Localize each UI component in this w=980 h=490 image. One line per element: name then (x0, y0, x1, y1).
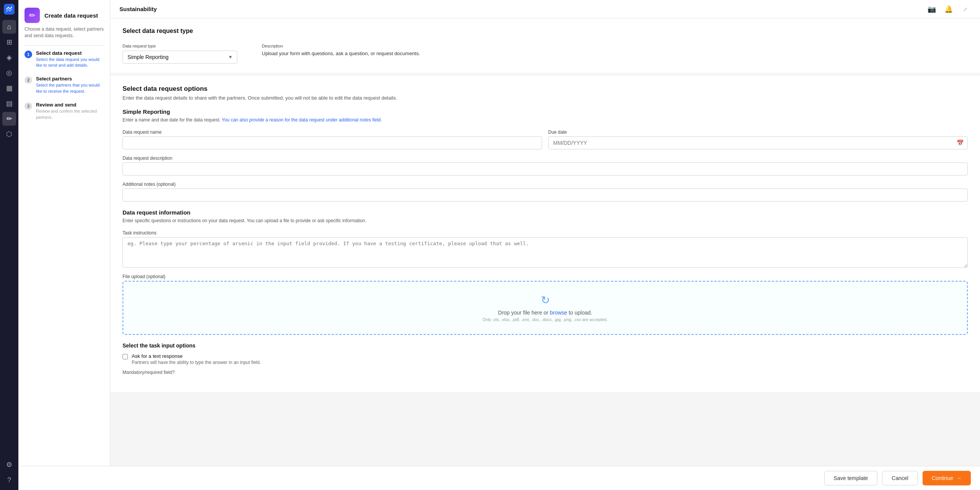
options-subtitle: Enter the data request details to share … (122, 95, 968, 101)
bottom-bar: Save template Cancel Continue → (18, 466, 980, 490)
step-3-title: Review and send (36, 102, 104, 108)
checkbox-label: Ask for a text response (132, 353, 261, 359)
step-3: 3 Review and send Review and confirm the… (24, 102, 104, 120)
step-1-content: Select data request Select the data requ… (36, 50, 104, 69)
sub-desc-link: You can also provide a reason for the da… (222, 117, 382, 123)
sidebar-item-help[interactable]: ? (2, 473, 16, 487)
sidebar: ⌂ ⊞ ◈ ◎ ▦ ▤ ✏ ⬡ ⚙ ? (0, 0, 18, 490)
file-upload-text: Drop your file here or browse to upload. (136, 310, 955, 316)
step-2-number: 2 (24, 76, 32, 84)
cancel-button[interactable]: Cancel (882, 471, 918, 485)
step-3-number: 3 (24, 102, 32, 110)
file-upload-group: File upload (optional) ↻ Drop your file … (122, 274, 968, 335)
due-date-group: Due date 📅 (548, 129, 968, 149)
top-bar-title: Sustainability (119, 6, 157, 12)
file-text-after: to upload. (567, 310, 592, 316)
panel-icon: ✏ (24, 8, 40, 23)
name-label: Data request name (122, 129, 542, 135)
text-response-checkbox-group: Ask for a text response Partners will ha… (122, 353, 968, 365)
file-upload-area[interactable]: ↻ Drop your file here or browse to uploa… (122, 281, 968, 335)
due-date-input[interactable] (548, 136, 968, 149)
sidebar-item-table[interactable]: ▤ (2, 97, 16, 110)
sidebar-item-grid[interactable]: ⊞ (2, 35, 16, 49)
panel-subtitle: Choose a data request, select partners a… (24, 26, 104, 39)
desc-input[interactable] (122, 162, 968, 175)
task-textarea[interactable] (122, 237, 968, 268)
info-title: Data request information (122, 209, 968, 216)
panel-header: ✏ Create data request (24, 8, 104, 23)
type-dropdown-group: Data request type Simple Reporting Form … (122, 44, 237, 64)
sidebar-item-plugin[interactable]: ⬡ (2, 127, 16, 141)
step-1-desc: Select the data request you would like t… (36, 57, 104, 69)
type-label: Data request type (122, 44, 237, 48)
continue-arrow-icon: → (956, 475, 962, 481)
select-type-title: Select data request type (122, 28, 968, 34)
bell-icon[interactable]: 🔔 (943, 4, 954, 15)
sub-desc: Enter a name and due date for the data r… (122, 116, 968, 123)
text-response-checkbox[interactable] (122, 354, 128, 359)
continue-button[interactable]: Continue → (923, 471, 971, 485)
left-panel: ✏ Create data request Choose a data requ… (18, 0, 110, 490)
step-1: 1 Select data request Select the data re… (24, 50, 104, 69)
expand-icon[interactable]: ⤢ (960, 4, 971, 15)
checkbox-text: Ask for a text response Partners will ha… (132, 353, 261, 365)
notes-form-group: Additional notes (optional) (122, 182, 968, 202)
file-text-before: Drop your file here or (498, 310, 550, 316)
app-logo[interactable] (3, 3, 15, 15)
desc-label: Description (262, 44, 420, 48)
step-2-content: Select partners Select the partners that… (36, 76, 104, 94)
sub-title: Simple Reporting (122, 108, 968, 115)
dropdown-wrapper: Simple Reporting Form Request Document R… (122, 51, 237, 64)
step-2-desc: Select the partners that you would like … (36, 82, 104, 94)
select-type-section: Select data request type Data request ty… (110, 18, 980, 76)
camera-icon[interactable]: 📷 (926, 4, 937, 15)
step-1-number: 1 (24, 51, 32, 58)
type-select[interactable]: Simple Reporting Form Request Document R… (122, 51, 237, 64)
desc-group: Description Upload your form with questi… (253, 44, 420, 56)
file-formats: Only .xls, .xlsx, .pdf, .xml, .doc, .doc… (136, 317, 955, 322)
date-wrapper: 📅 (548, 136, 968, 149)
continue-label: Continue (932, 475, 953, 481)
sub-section-reporting: Simple Reporting Enter a name and due da… (122, 108, 968, 202)
type-row: Data request type Simple Reporting Form … (122, 44, 968, 64)
step-3-desc: Review and confirm the selected partners… (36, 108, 104, 120)
info-subtitle: Enter specific questions or instructions… (122, 217, 968, 224)
step-3-content: Review and send Review and confirm the s… (36, 102, 104, 120)
sidebar-item-cube[interactable]: ◈ (2, 51, 16, 64)
sidebar-item-edit[interactable]: ✏ (2, 112, 16, 126)
sidebar-item-chart[interactable]: ▦ (2, 81, 16, 95)
checkbox-sublabel: Partners will have the ability to type t… (132, 360, 261, 365)
upload-icon: ↻ (136, 294, 955, 306)
save-template-button[interactable]: Save template (824, 471, 878, 485)
desc-form-label: Data request description (122, 156, 968, 161)
name-date-row: Data request name Due date 📅 (122, 129, 968, 149)
task-input-section: Select the task input options Ask for a … (122, 343, 968, 375)
sidebar-item-home[interactable]: ⌂ (2, 20, 16, 34)
sidebar-item-settings[interactable]: ⚙ (2, 458, 16, 472)
options-section: Select data request options Enter the da… (110, 76, 980, 392)
step-2: 2 Select partners Select the partners th… (24, 76, 104, 94)
top-bar: Sustainability 📷 🔔 ⤢ (110, 0, 980, 18)
data-info-section: Data request information Enter specific … (122, 209, 968, 335)
panel-title: Create data request (44, 12, 98, 19)
main-container: ✏ Create data request Choose a data requ… (18, 0, 980, 490)
task-label: Task instructions (122, 230, 968, 236)
task-group: Task instructions (122, 230, 968, 268)
sidebar-item-location[interactable]: ◎ (2, 66, 16, 80)
notes-label: Additional notes (optional) (122, 182, 968, 187)
top-bar-actions: 📷 🔔 ⤢ (926, 4, 971, 15)
file-browse-link[interactable]: browse (550, 310, 567, 316)
step-1-title: Select data request (36, 50, 104, 56)
svg-rect-0 (4, 4, 15, 15)
content-inner: Select data request type Data request ty… (110, 18, 980, 423)
desc-form-group: Data request description (122, 156, 968, 175)
panel-divider (24, 45, 104, 46)
step-2-title: Select partners (36, 76, 104, 82)
name-input[interactable] (122, 136, 542, 149)
options-title: Select data request options (122, 85, 968, 93)
mandatory-label: Mandatory/required field? (122, 370, 968, 375)
due-date-label: Due date (548, 129, 968, 135)
name-group: Data request name (122, 129, 542, 149)
notes-input[interactable] (122, 188, 968, 202)
task-options-title: Select the task input options (122, 343, 968, 349)
